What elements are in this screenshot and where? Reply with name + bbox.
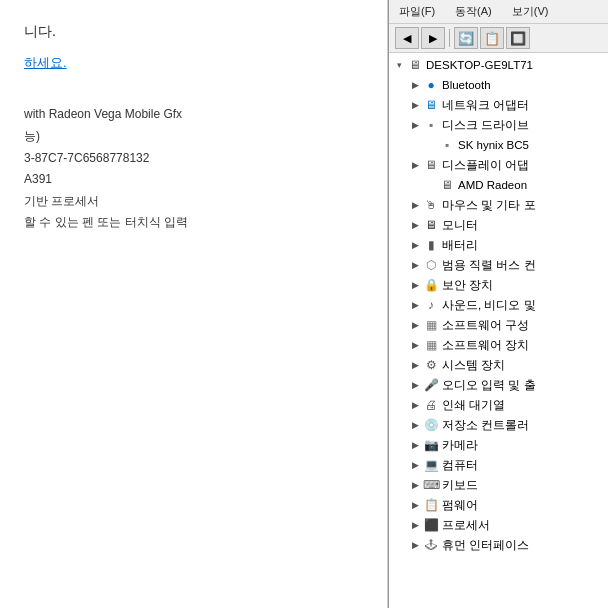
tree-item[interactable]: ▶🖱마우스 및 기타 포	[389, 195, 608, 215]
tree-item-label: 인쇄 대기열	[442, 398, 505, 413]
tree-item-label: 펌웨어	[442, 498, 478, 513]
tree-item-label: 보안 장치	[442, 278, 493, 293]
tree-item[interactable]: ▶●Bluetooth	[389, 75, 608, 95]
tree-item-label: 시스템 장치	[442, 358, 505, 373]
tree-root[interactable]: ▾ 🖥 DESKTOP-GE9LT71	[389, 55, 608, 75]
tree-item[interactable]: ▶🕹휴먼 인터페이스	[389, 535, 608, 555]
tree-item[interactable]: ▪SK hynix BC5	[389, 135, 608, 155]
forward-icon: ▶	[429, 32, 437, 45]
root-expand-icon: ▾	[391, 57, 407, 73]
view-button[interactable]: 🔲	[506, 27, 530, 49]
tree-item-label: 프로세서	[442, 518, 490, 533]
tree-item[interactable]: ▶♪사운드, 비디오 및	[389, 295, 608, 315]
tree-item[interactable]: ▶▦소프트웨어 구성	[389, 315, 608, 335]
audio-icon: 🎤	[423, 377, 439, 393]
menu-bar: 파일(F) 동작(A) 보기(V)	[389, 0, 608, 24]
tree-item-label: 카메라	[442, 438, 478, 453]
tree-item[interactable]: ▶💿저장소 컨트롤러	[389, 415, 608, 435]
tree-item[interactable]: 🖥AMD Radeon	[389, 175, 608, 195]
expand-icon: ▶	[407, 457, 423, 473]
expand-icon: ▶	[407, 517, 423, 533]
mouse-icon: 🖱	[423, 197, 439, 213]
tree-item[interactable]: ▶🖨인쇄 대기열	[389, 395, 608, 415]
expand-icon: ▶	[407, 157, 423, 173]
processor-icon: ⬛	[423, 517, 439, 533]
security-icon: 🔒	[423, 277, 439, 293]
device-line-7: 할 수 있는 펜 또는 터치식 입력	[24, 212, 363, 234]
expand-icon	[423, 177, 439, 193]
tree-item-label: 배터리	[442, 238, 478, 253]
tree-item[interactable]: ▶📋펌웨어	[389, 495, 608, 515]
tree-item[interactable]: ▶🔒보안 장치	[389, 275, 608, 295]
tree-item-label: 휴먼 인터페이스	[442, 538, 529, 553]
expand-icon: ▶	[407, 277, 423, 293]
print-icon: 🖨	[423, 397, 439, 413]
bus-icon: ⬡	[423, 257, 439, 273]
tree-item[interactable]: ▶📷카메라	[389, 435, 608, 455]
monitor-icon: 🖥	[423, 217, 439, 233]
device-info: with Radeon Vega Mobile Gfx 능) 3-87C7-7C…	[24, 104, 363, 234]
tree-item-label: 마우스 및 기타 포	[442, 198, 536, 213]
computer2-icon: 💻	[423, 457, 439, 473]
tree-item[interactable]: ▶🖥네트워크 어댑터	[389, 95, 608, 115]
tree-item-label: 키보드	[442, 478, 478, 493]
tree-item[interactable]: ▶▦소프트웨어 장치	[389, 335, 608, 355]
expand-icon: ▶	[407, 197, 423, 213]
tree-item[interactable]: ▶▪디스크 드라이브	[389, 115, 608, 135]
menu-file[interactable]: 파일(F)	[393, 2, 441, 21]
storage-icon: 💿	[423, 417, 439, 433]
properties-button[interactable]: 📋	[480, 27, 504, 49]
tree-item-label: 디스플레이 어댑	[442, 158, 529, 173]
tree-item[interactable]: ▶🖥모니터	[389, 215, 608, 235]
link-area: 하세요.	[24, 54, 363, 72]
display-icon: 🖥	[439, 177, 455, 193]
expand-icon: ▶	[407, 77, 423, 93]
device-line-4: 3-87C7-7C6568778132	[24, 148, 363, 170]
tree-item[interactable]: ▶💻컴퓨터	[389, 455, 608, 475]
expand-icon: ▶	[407, 537, 423, 553]
back-icon: ◀	[403, 32, 411, 45]
disk-icon: ▪	[439, 137, 455, 153]
back-button[interactable]: ◀	[395, 27, 419, 49]
toolbar-separator-1	[449, 29, 450, 47]
tree-item[interactable]: ▶⬡범용 직렬 버스 컨	[389, 255, 608, 275]
tree-item-label: 소프트웨어 구성	[442, 318, 529, 333]
menu-action[interactable]: 동작(A)	[449, 2, 498, 21]
expand-icon: ▶	[407, 117, 423, 133]
expand-icon: ▶	[407, 397, 423, 413]
expand-icon: ▶	[407, 237, 423, 253]
refresh-button[interactable]: 🔄	[454, 27, 478, 49]
tree-item[interactable]: ▶▮배터리	[389, 235, 608, 255]
forward-button[interactable]: ▶	[421, 27, 445, 49]
sound-icon: ♪	[423, 297, 439, 313]
bluetooth-icon: ●	[423, 77, 439, 93]
tree-item-label: 범용 직렬 버스 컨	[442, 258, 536, 273]
expand-icon: ▶	[407, 317, 423, 333]
tree-item-label: 소프트웨어 장치	[442, 338, 529, 353]
refresh-icon: 🔄	[458, 31, 474, 46]
menu-view[interactable]: 보기(V)	[506, 2, 555, 21]
tree-item-label: AMD Radeon	[458, 179, 527, 191]
tree-item-label: SK hynix BC5	[458, 139, 529, 151]
system-icon: ⚙	[423, 357, 439, 373]
left-panel: 니다. 하세요. with Radeon Vega Mobile Gfx 능) …	[0, 0, 388, 608]
firmware-icon: 📋	[423, 497, 439, 513]
settings-link[interactable]: 하세요.	[24, 55, 67, 70]
expand-icon: ▶	[407, 377, 423, 393]
device-line-6: 기반 프로세서	[24, 191, 363, 213]
device-tree[interactable]: ▾ 🖥 DESKTOP-GE9LT71 ▶●Bluetooth▶🖥네트워크 어댑…	[389, 53, 608, 608]
expand-icon: ▶	[407, 417, 423, 433]
tree-item[interactable]: ▶⬛프로세서	[389, 515, 608, 535]
main-text-content: 니다.	[24, 23, 56, 39]
tree-item-label: 사운드, 비디오 및	[442, 298, 536, 313]
tree-item[interactable]: ▶🖥디스플레이 어댑	[389, 155, 608, 175]
battery-icon: ▮	[423, 237, 439, 253]
tree-item[interactable]: ▶🎤오디오 입력 및 출	[389, 375, 608, 395]
expand-icon	[423, 137, 439, 153]
tree-item-label: 오디오 입력 및 출	[442, 378, 536, 393]
properties-icon: 📋	[484, 31, 500, 46]
expand-icon: ▶	[407, 497, 423, 513]
main-text: 니다.	[24, 20, 363, 42]
tree-item[interactable]: ▶⌨키보드	[389, 475, 608, 495]
tree-item[interactable]: ▶⚙시스템 장치	[389, 355, 608, 375]
